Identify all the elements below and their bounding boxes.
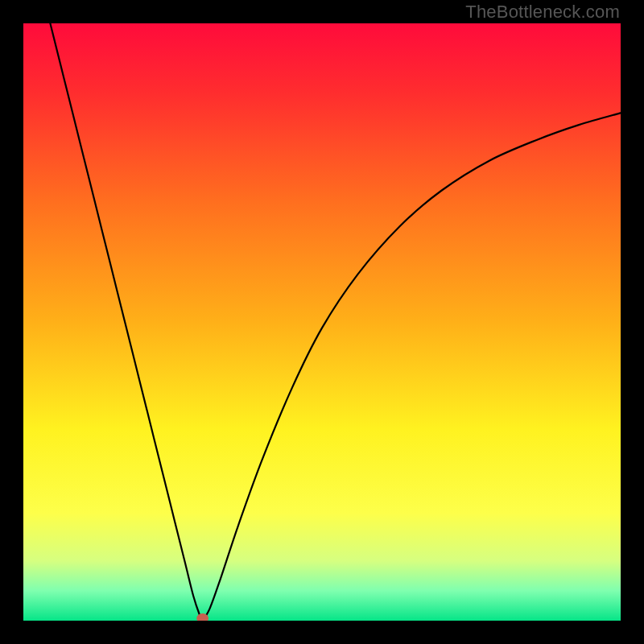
chart-frame: TheBottleneck.com <box>0 0 644 644</box>
chart-background <box>23 23 621 621</box>
bottleneck-chart <box>23 23 621 621</box>
watermark-text: TheBottleneck.com <box>465 2 620 23</box>
